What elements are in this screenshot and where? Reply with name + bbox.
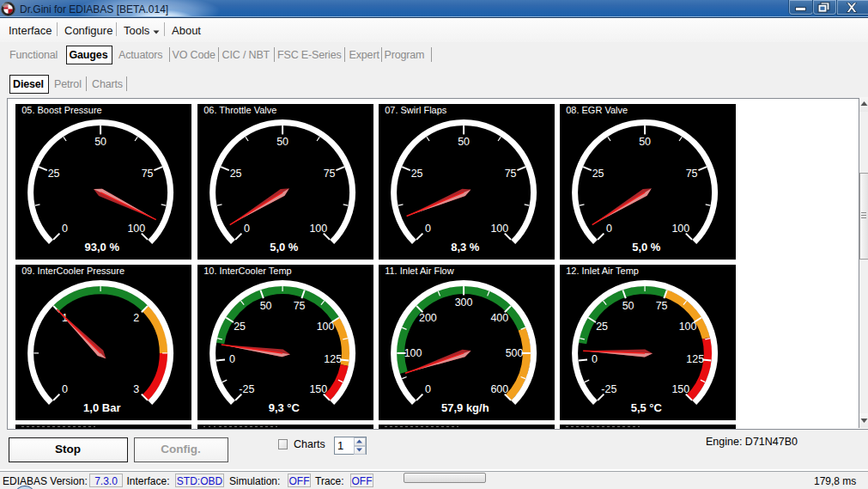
svg-text:25: 25 [47, 167, 59, 179]
svg-text:50: 50 [259, 299, 271, 311]
svg-text:50: 50 [458, 136, 470, 148]
svg-text:75: 75 [293, 299, 305, 311]
svg-text:50: 50 [622, 299, 634, 311]
svg-text:100: 100 [309, 223, 327, 235]
svg-text:500: 500 [505, 347, 523, 359]
svg-text:150: 150 [671, 383, 689, 395]
svg-text:5,0 %: 5,0 % [632, 240, 661, 253]
svg-text:150: 150 [309, 383, 327, 395]
svg-text:8,3 %: 8,3 % [451, 240, 480, 253]
svg-text:125: 125 [686, 352, 704, 364]
svg-text:75: 75 [655, 299, 667, 311]
svg-text:-25: -25 [601, 383, 616, 395]
svg-text:07. Swirl Flaps: 07. Swirl Flaps [385, 104, 447, 114]
svg-text:300: 300 [454, 296, 472, 309]
svg-text:93,0 %: 93,0 % [84, 240, 119, 253]
svg-text:0: 0 [424, 223, 430, 235]
svg-text:0: 0 [605, 223, 611, 235]
svg-text:12. Inlet Air Temp: 12. Inlet Air Temp [566, 265, 639, 275]
svg-text:100: 100 [671, 223, 689, 235]
svg-text:3: 3 [133, 383, 139, 395]
svg-text:100: 100 [490, 223, 508, 235]
svg-text:9,3 °C: 9,3 °C [268, 400, 300, 413]
svg-text:100: 100 [678, 320, 696, 332]
svg-text:2: 2 [133, 311, 139, 323]
svg-text:600: 600 [490, 383, 508, 395]
svg-text:25: 25 [229, 167, 241, 179]
svg-text:25: 25 [596, 320, 608, 332]
svg-text:0: 0 [243, 223, 249, 235]
svg-text:0: 0 [228, 352, 234, 364]
svg-text:09. InterCooler Pressure: 09. InterCooler Pressure [21, 265, 124, 275]
svg-text:57,9 kg/h: 57,9 kg/h [440, 400, 489, 413]
svg-text:0: 0 [61, 223, 67, 235]
svg-text:25: 25 [592, 167, 604, 179]
svg-text:400: 400 [490, 311, 508, 323]
svg-text:1,0 Bar: 1,0 Bar [83, 400, 120, 413]
svg-text:0: 0 [591, 352, 597, 364]
svg-text:75: 75 [685, 167, 697, 179]
svg-text:200: 200 [418, 311, 436, 323]
svg-text:0: 0 [424, 383, 430, 395]
svg-text:100: 100 [404, 347, 422, 359]
svg-text:08. EGR Valve: 08. EGR Valve [566, 104, 628, 114]
svg-text:75: 75 [504, 167, 516, 179]
svg-text:05. Boost Pressure: 05. Boost Pressure [21, 104, 102, 114]
svg-text:50: 50 [276, 136, 288, 148]
svg-text:25: 25 [234, 320, 246, 332]
svg-text:-25: -25 [239, 383, 254, 395]
svg-text:100: 100 [127, 223, 145, 235]
svg-text:5,0 %: 5,0 % [270, 240, 299, 253]
svg-text:50: 50 [94, 136, 106, 148]
svg-text:100: 100 [316, 320, 334, 332]
svg-text:75: 75 [323, 167, 335, 179]
svg-text:10. InterCooler Temp: 10. InterCooler Temp [203, 265, 292, 275]
svg-text:75: 75 [141, 167, 153, 179]
svg-text:06. Throttle Valve: 06. Throttle Valve [203, 104, 276, 114]
svg-text:11. Inlet Air Flow: 11. Inlet Air Flow [385, 265, 454, 275]
svg-text:50: 50 [639, 136, 651, 148]
svg-text:25: 25 [410, 167, 422, 179]
svg-text:125: 125 [324, 352, 342, 364]
svg-text:5,5 °C: 5,5 °C [630, 400, 662, 413]
svg-text:0: 0 [61, 383, 67, 395]
